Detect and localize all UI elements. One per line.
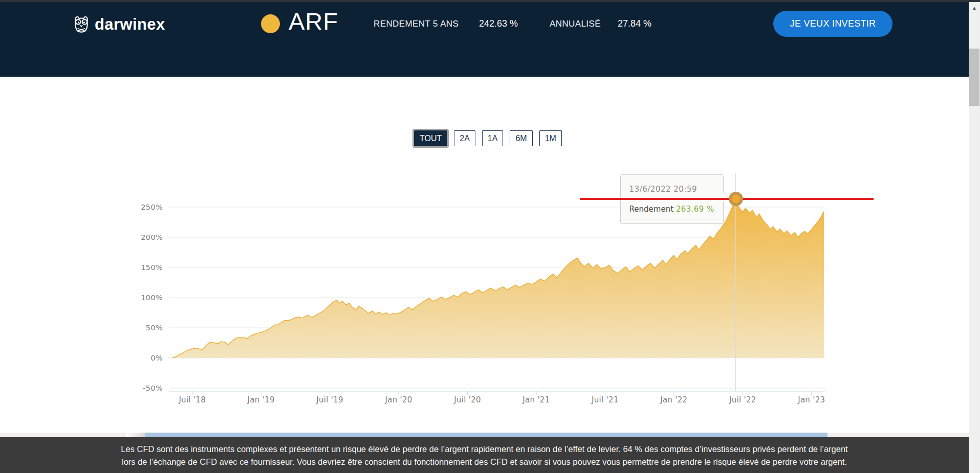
x-axis-tick-label: Jan '19 [247,395,275,404]
range-button-1m[interactable]: 1M [539,130,562,146]
x-axis-tick-label: Jan '23 [797,395,825,404]
y-axis-tick-label: 100% [141,294,163,302]
annotation-red-line [580,198,874,200]
x-axis-tick-label: Juil '22 [729,395,756,404]
invest-button[interactable]: JE VEUX INVESTIR [773,11,892,37]
x-axis-tick-label: Jan '22 [660,395,687,404]
x-axis-tick-label: Juil '19 [316,395,343,404]
tooltip-series-label: Rendement [629,205,673,214]
x-axis-tick-label: Juil '21 [591,395,619,404]
asset-color-dot-icon [261,14,280,33]
tooltip-value: 263.69 % [676,205,714,214]
window-top-edge [0,0,980,2]
header: darwinex ARF RENDEMENT 5 ANS 242.63 % AN… [0,0,969,77]
disclaimer-line2: lors de l’échange de CFD avec ce fournis… [0,456,969,468]
horizontal-scrollbar-track-fade [126,433,145,437]
darwinex-logo[interactable]: darwinex [71,12,163,36]
scroll-up-arrow-icon[interactable]: ▲ [969,4,980,12]
annualised-label: ANNUALISÉ [550,19,601,29]
y-axis-tick-label: 50% [146,324,163,332]
y-axis-tick-label: -50% [143,384,163,392]
vertical-scrollbar-thumb[interactable] [969,49,979,106]
disclaimer-line1: Les CFD sont des instruments complexes e… [0,443,969,456]
x-axis-tick-label: Jan '21 [522,395,550,404]
data-point-marker[interactable] [729,192,743,206]
x-axis-tick-label: Juil '18 [178,395,206,404]
risk-disclaimer: Les CFD sont des instruments complexes e… [0,437,969,473]
page: darwinex ARF RENDEMENT 5 ANS 242.63 % AN… [0,0,980,473]
x-axis-tick-label: Jan '20 [384,395,412,404]
tooltip-date: 13/6/2022 20:59 [629,185,714,194]
y-axis-tick-label: 0% [150,354,163,362]
annualised-value: 27.84 % [618,18,651,29]
area-series-fill [172,199,824,358]
y-axis-tick-label: 150% [141,263,163,272]
range-button-tout[interactable]: TOUT [414,130,447,146]
return-5y-label: RENDEMENT 5 ANS [374,19,459,29]
y-axis-tick-label: 200% [141,233,163,241]
range-selector: TOUT 2A 1A 6M 1M [414,130,562,146]
performance-area-chart[interactable]: 250%200%150%100%50%0%-50%Juil '18Jan '19… [123,169,870,409]
range-button-2a[interactable]: 2A [454,130,475,146]
x-axis-tick-label: Juil '20 [453,395,481,404]
vertical-scrollbar[interactable]: ▲ [969,0,980,473]
horizontal-scrollbar-thumb[interactable] [145,433,827,437]
asset-symbol: ARF [289,7,338,35]
range-button-6m[interactable]: 6M [510,130,532,146]
range-button-1a[interactable]: 1A [482,130,504,146]
darwinex-owl-icon [71,13,92,35]
horizontal-scrollbar[interactable] [0,433,969,437]
brand-name: darwinex [95,15,165,34]
y-axis-tick-label: 250% [141,203,163,211]
return-5y-value: 242.63 % [479,18,518,29]
